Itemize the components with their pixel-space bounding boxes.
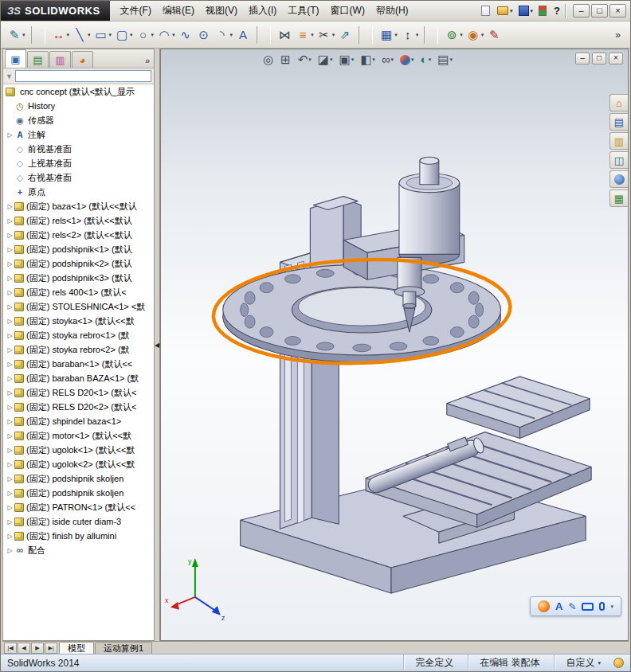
tree-item[interactable]: (固定) PATRON<1> (默认<< [3, 500, 154, 514]
menu-item[interactable]: 文件(F) [115, 0, 157, 21]
rapid-sketch-button[interactable]: ✎ [485, 26, 504, 44]
ime-handwriting[interactable]: ✎ [568, 601, 576, 612]
help-button[interactable]: ? [554, 5, 562, 17]
task-custom-properties[interactable]: ▦ [609, 189, 628, 207]
display-relations-button[interactable]: ⊚ ▾ [443, 26, 464, 44]
expand-arrow-icon[interactable] [6, 461, 14, 468]
expand-arrow-icon[interactable] [6, 361, 14, 368]
expand-arrow-icon[interactable] [6, 217, 14, 225]
tree-item[interactable]: (固定) podshipnik<3> (默认 [3, 271, 154, 285]
text-button[interactable]: A [234, 26, 253, 44]
orientation-triad[interactable]: y x z [165, 557, 225, 622]
maximize-button[interactable]: □ [591, 4, 608, 18]
tree-item[interactable]: History [3, 99, 154, 113]
expand-arrow-icon[interactable] [6, 260, 14, 268]
expand-arrow-icon[interactable] [6, 275, 14, 282]
task-file-explorer[interactable]: ▥ [609, 132, 628, 150]
tree-item[interactable]: (固定) iside cuter diam-3 [3, 514, 154, 529]
tab-scroll-last[interactable]: ▶| [45, 643, 57, 654]
expand-arrow-icon[interactable] [6, 447, 14, 454]
section-view-button[interactable]: ◪ ▾ [318, 53, 333, 66]
tree-item[interactable]: 上视基准面 [3, 156, 154, 170]
tree-item[interactable]: (固定) podshipnik skoljen [3, 486, 154, 500]
tree-item[interactable]: (固定) podshipnik skoljen [3, 471, 154, 486]
tree-item[interactable]: (固定) ugolok<2> (默认<<默 [3, 457, 154, 471]
task-appearances[interactable] [609, 170, 628, 188]
tab-displaymanager[interactable]: ◕ [72, 51, 93, 68]
tree-item[interactable]: 原点 [3, 185, 154, 199]
splitter-collapse-icon[interactable]: ◀ [155, 342, 159, 349]
view-orientation-button[interactable]: ▣ ▾ [339, 53, 354, 66]
status-field[interactable]: 完全定义 [403, 654, 468, 671]
tree-item[interactable]: (固定) baraban BAZA<1> (默 [3, 371, 154, 385]
expand-arrow-icon[interactable] [6, 318, 14, 325]
tree-item[interactable]: (固定) rels<2> (默认<<默认 [3, 228, 154, 242]
hide-show-items-button[interactable]: ∞ ▾ [382, 53, 394, 66]
tree-root-item[interactable]: cnc concept (默认<默认_显示 [3, 84, 154, 99]
new-document-button[interactable] [481, 6, 492, 16]
panel-splitter[interactable]: ◀ [155, 49, 160, 641]
minimize-button[interactable]: – [573, 4, 590, 18]
trim-entities-button[interactable]: ✂ ▾ [316, 26, 337, 44]
tab-scroll-left[interactable]: ◀ [18, 643, 30, 654]
tab-configurationmanager[interactable]: ▥ [49, 51, 71, 68]
apply-scene-button[interactable]: ◐ ▾ [421, 53, 432, 66]
expand-arrow-icon[interactable] [6, 490, 14, 497]
document-tab[interactable]: 运动算例1 [95, 642, 152, 654]
panel-tabs-overflow[interactable]: » [145, 56, 154, 68]
filter-input[interactable] [15, 70, 151, 82]
tree-item[interactable]: (固定) baza<1> (默认<<默认 [3, 199, 154, 213]
expand-arrow-icon[interactable] [6, 389, 14, 397]
slot-button[interactable]: ▢ ▾ [113, 26, 135, 44]
separator[interactable] [420, 25, 443, 45]
expand-arrow-icon[interactable] [6, 131, 14, 139]
tree-item[interactable]: (固定) baraban<1> (默认<< [3, 357, 154, 371]
expand-arrow-icon[interactable] [6, 303, 14, 311]
close-button[interactable]: × [609, 4, 626, 18]
linear-pattern-button[interactable]: ▦ ▾ [378, 26, 399, 44]
tab-scroll-first[interactable]: |◀ [4, 643, 17, 654]
expand-arrow-icon[interactable] [6, 289, 14, 296]
tree-item[interactable]: 配合 [3, 543, 154, 557]
expand-arrow-icon[interactable] [6, 232, 14, 239]
move-entities-button[interactable]: ↕ ▾ [399, 26, 421, 44]
edit-appearance-button[interactable]: ▾ [400, 55, 414, 65]
expand-arrow-icon[interactable] [6, 418, 14, 425]
tree-item[interactable]: (固定) stoyka rebro<1> (默 [3, 328, 154, 342]
ime-logo[interactable] [538, 600, 550, 612]
quick-snaps-button[interactable]: ◉ ▾ [464, 26, 486, 44]
expand-arrow-icon[interactable] [6, 375, 14, 382]
expand-arrow-icon[interactable] [6, 518, 14, 525]
menu-item[interactable]: 视图(V) [200, 0, 243, 21]
tree-item[interactable]: (固定) motor<1> (默认<<默 [3, 428, 154, 443]
spline-button[interactable]: ∿ [177, 26, 195, 44]
menu-item[interactable]: 工具(T) [282, 0, 324, 21]
graphics-viewport[interactable]: y x z ◎ ⊞ ↶ ▾ [160, 49, 629, 641]
tab-propertymanager[interactable]: ▤ [27, 51, 49, 68]
doc-close-button[interactable]: × [609, 53, 623, 64]
document-tab[interactable]: 模型 [59, 642, 94, 654]
tree-item[interactable]: 注解 [3, 127, 154, 142]
tab-featuremanager[interactable]: ▣ [5, 49, 26, 68]
expand-arrow-icon[interactable] [6, 332, 14, 339]
toolbar-overflow-button[interactable]: » [610, 29, 625, 41]
task-design-library[interactable]: ▤ [609, 113, 628, 131]
display-style-button[interactable]: ◧ ▾ [360, 53, 375, 66]
tree-item[interactable]: (固定) STOLESHNICA<1> <默 [3, 299, 154, 314]
tab-scroll-right[interactable]: ▶ [31, 643, 44, 654]
expand-arrow-icon[interactable] [6, 246, 14, 253]
expand-arrow-icon[interactable] [6, 432, 14, 440]
cnc-model-graphics[interactable]: y x z [161, 49, 628, 640]
task-view-palette[interactable]: ◫ [609, 151, 628, 169]
expand-arrow-icon[interactable] [6, 475, 14, 483]
menu-item[interactable]: 帮助(H) [370, 0, 414, 21]
status-sphere-icon[interactable] [613, 658, 624, 668]
ime-menu[interactable]: ▾ [610, 604, 613, 610]
tree-item[interactable]: (固定) podshipnik<2> (默认 [3, 256, 154, 271]
tree-item[interactable]: (固定) rels 400<1> (默认< [3, 285, 154, 299]
menu-item[interactable]: 插入(I) [243, 0, 282, 21]
zoom-area-button[interactable]: ⊞ [280, 53, 292, 66]
tree-item[interactable]: 传感器 [3, 113, 154, 127]
offset-entities-button[interactable]: ≡ ▾ [294, 26, 316, 44]
line-button[interactable]: ╲ ▾ [71, 26, 92, 44]
